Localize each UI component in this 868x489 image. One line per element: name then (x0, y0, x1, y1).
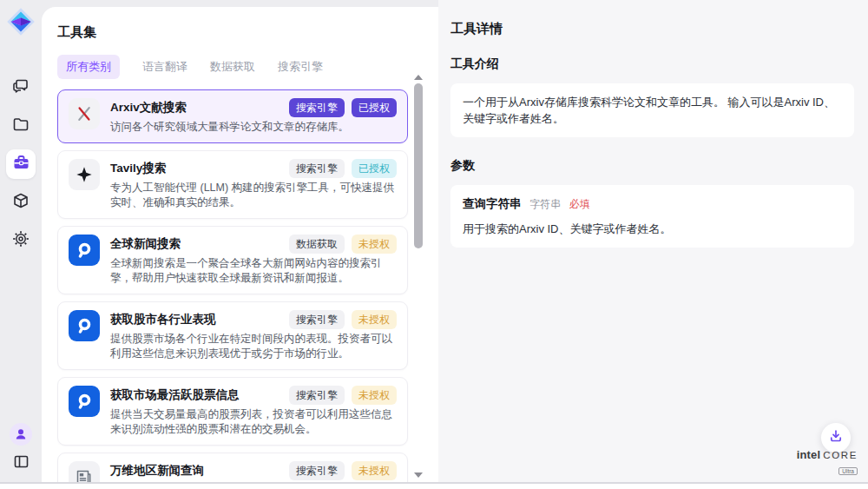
param-type: 字符串 (529, 198, 561, 210)
param-card: 查询字符串 字符串 必填 用于搜索的Arxiv ID、关键字或作者姓名。 (450, 185, 854, 248)
category-tabs: 所有类别 语言翻译 数据获取 搜索引擎 (57, 55, 408, 79)
param-name: 查询字符串 (463, 197, 522, 210)
category-badge: 搜索引擎 (289, 461, 345, 480)
tool-list-panel: 工具集 所有类别 语言翻译 数据获取 搜索引擎 Arxiv文献搜索 搜索引擎 已 (42, 7, 438, 484)
download-icon (829, 429, 843, 446)
sidebar-item-toolbox[interactable] (6, 149, 36, 179)
page-title: 工具集 (57, 24, 408, 41)
core-wordmark: CORE (823, 450, 858, 460)
category-badge: 搜索引擎 (289, 310, 345, 329)
intro-card: 一个用于从Arxiv存储库搜索科学论文和文章的工具。 输入可以是Arxiv ID… (450, 83, 854, 137)
tool-name: 全球新闻搜索 (110, 235, 289, 251)
tool-card-active-stocks[interactable]: 获取市场最活跃股票信息 搜索引擎 未授权 提供当天交易量最高的股票列表，投资者可… (57, 377, 408, 446)
scroll-up-arrow-icon[interactable] (414, 75, 423, 80)
auth-badge: 未授权 (352, 235, 397, 254)
tool-desc: 访问各个研究领域大量科学论文和文章的存储库。 (110, 120, 397, 135)
intro-heading: 工具介绍 (450, 56, 854, 72)
sidebar-rail (0, 0, 42, 482)
tool-name: 万维地区新闻查询 (110, 461, 289, 478)
app-window: 工具集 所有类别 语言翻译 数据获取 搜索引擎 Arxiv文献搜索 搜索引擎 已 (0, 0, 868, 484)
auth-badge: 已授权 (352, 98, 397, 117)
news-icon (69, 461, 100, 484)
folder-icon (12, 116, 30, 136)
tab-all-categories[interactable]: 所有类别 (57, 55, 120, 79)
param-header: 查询字符串 字符串 必填 (463, 195, 842, 213)
category-badge: 搜索引擎 (289, 98, 345, 117)
tool-desc: 提供当天交易量最高的股票列表，投资者可以利用这些信息来识别流动性强的股票和潜在的… (110, 407, 397, 437)
tool-detail-panel: 工具详情 工具介绍 一个用于从Arxiv存储库搜索科学论文和文章的工具。 输入可… (438, 0, 868, 484)
auth-badge: 已授权 (352, 159, 397, 178)
sidebar-item-settings[interactable] (6, 226, 36, 255)
auth-badge: 未授权 (352, 386, 397, 405)
sidebar-item-packages[interactable] (6, 188, 36, 217)
intel-core-logo: intelCORE Ultra (797, 448, 858, 477)
sidebar-nav (0, 73, 42, 255)
tool-desc: 全球新闻搜索是一个聚合全球各大新闻网站内容的搜索引擎，帮助用户快速获取全球最新资… (110, 256, 397, 286)
tool-card-global-news[interactable]: 全球新闻搜索 数据获取 未授权 全球新闻搜索是一个聚合全球各大新闻网站内容的搜索… (57, 226, 408, 294)
sidebar-bottom (0, 423, 42, 473)
param-desc: 用于搜索的Arxiv ID、关键字或作者姓名。 (463, 221, 842, 237)
tab-data-fetch[interactable]: 数据获取 (210, 55, 255, 79)
sidebar-item-files[interactable] (6, 111, 36, 141)
intel-wordmark: intel (797, 448, 821, 461)
tool-name: 获取市场最活跃股票信息 (110, 386, 289, 402)
auth-badge: 未授权 (352, 461, 397, 480)
chat-icon (12, 77, 30, 98)
tool-card-regional-news[interactable]: 万维地区新闻查询 搜索引擎 未授权 查询具体行政区划内的新闻，快速了解各地新闻动 (57, 453, 408, 484)
juhe-icon (69, 386, 100, 417)
category-badge: 搜索引擎 (289, 386, 345, 405)
toolbox-icon (12, 154, 30, 175)
arxiv-icon (69, 98, 100, 129)
juhe-icon (69, 310, 100, 341)
scrollbar-thumb[interactable] (414, 83, 423, 248)
tool-desc: 提供股票市场各个行业在特定时间段内的表现。投资者可以利用这些信息来识别表现优于或… (110, 332, 397, 361)
param-required-flag: 必填 (569, 198, 590, 210)
juhe-icon (69, 235, 100, 266)
sidebar-item-chat[interactable] (6, 73, 36, 102)
tool-desc: 查询具体行政区划内的新闻，快速了解各地新闻动 (110, 483, 397, 484)
tool-card-sector-performance[interactable]: 获取股市各行业表现 搜索引擎 未授权 提供股票市场各个行业在特定时间段内的表现。… (57, 301, 408, 370)
list-scrollbar (413, 75, 424, 478)
settings-icon (12, 230, 30, 251)
tool-name: Tavily搜索 (110, 159, 289, 175)
scroll-down-arrow-icon[interactable] (414, 472, 423, 478)
tool-name: 获取股市各行业表现 (110, 310, 289, 327)
detail-title: 工具详情 (450, 21, 854, 37)
tool-card-tavily[interactable]: Tavily搜索 搜索引擎 已授权 专为人工智能代理 (LLM) 构建的搜索引擎… (57, 150, 408, 219)
tool-card-arxiv[interactable]: Arxiv文献搜索 搜索引擎 已授权 访问各个研究领域大量科学论文和文章的存储库… (57, 89, 408, 143)
ultra-badge: Ultra (838, 467, 858, 475)
category-badge: 搜索引擎 (289, 159, 345, 178)
params-heading: 参数 (450, 158, 854, 174)
tab-translation[interactable]: 语言翻译 (142, 55, 187, 79)
category-badge: 数据获取 (289, 235, 345, 254)
panel-layout-icon[interactable] (13, 453, 30, 473)
auth-badge: 未授权 (352, 310, 397, 329)
cube-icon (12, 192, 30, 213)
tool-name: Arxiv文献搜索 (110, 98, 289, 115)
tavily-icon (69, 159, 100, 190)
tool-desc: 专为人工智能代理 (LLM) 构建的搜索引擎工具，可快速提供实时、准确和真实的结… (110, 181, 397, 210)
gem-logo (6, 7, 36, 36)
tab-search-engine[interactable]: 搜索引擎 (278, 55, 323, 79)
user-avatar-icon[interactable] (10, 423, 32, 446)
